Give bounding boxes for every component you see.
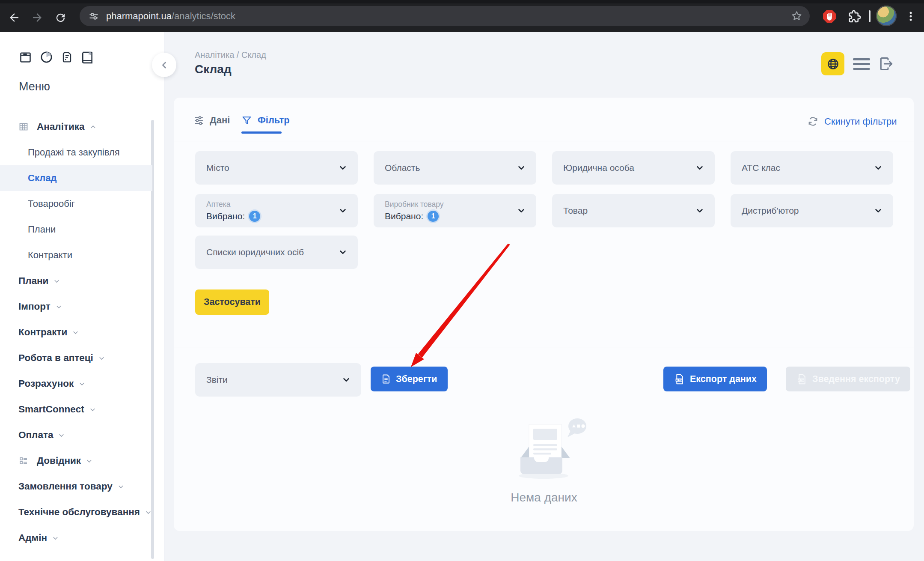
filter-distributor-dropdown[interactable]: Дистриб'ютор <box>731 194 893 227</box>
browser-reload-icon[interactable] <box>52 9 68 26</box>
filter-product-dropdown[interactable]: Товар <box>552 194 715 227</box>
profile-avatar[interactable] <box>876 6 897 26</box>
item-label: Товарообіг <box>28 198 75 209</box>
apply-button[interactable]: Застосувати <box>195 289 269 315</box>
chevron-down-icon <box>695 163 704 173</box>
browser-back-icon[interactable] <box>6 9 22 26</box>
site-settings-icon[interactable] <box>88 11 99 22</box>
browser-menu-icon[interactable] <box>903 9 918 24</box>
archive-box-icon[interactable] <box>19 50 32 64</box>
sidebar-section-maintenance[interactable]: Технічне обслуговування <box>0 499 152 525</box>
sidebar-section-plans[interactable]: Плани <box>0 268 152 294</box>
active-tab-underline <box>241 131 282 134</box>
sidebar-section-admin[interactable]: Адмін <box>0 525 152 551</box>
section-label: Плани <box>18 275 48 286</box>
page-title: Склад <box>195 63 232 76</box>
chevron-down-icon <box>86 457 93 465</box>
browser-forward-icon[interactable] <box>29 9 45 26</box>
chevron-down-icon <box>72 329 79 336</box>
svg-text:XLSX: XLSX <box>675 379 682 381</box>
selected-label: Вибрано: <box>385 211 423 221</box>
chevron-down-icon <box>517 163 526 173</box>
filter-legal-entity-dropdown[interactable]: Юридична особа <box>552 151 715 185</box>
filter-region-dropdown[interactable]: Область <box>374 151 536 185</box>
breadcrumb: Аналітика / Склад <box>195 50 266 60</box>
dropdown-label: Область <box>385 163 420 173</box>
globe-icon <box>826 57 840 71</box>
sidebar-section-import[interactable]: Імпорт <box>0 294 152 319</box>
sliders-icon <box>193 115 204 126</box>
extensions-puzzle-icon[interactable] <box>847 9 862 24</box>
export-button-label: Експорт даних <box>690 374 757 385</box>
chevron-down-icon <box>117 483 125 490</box>
hamburger-menu-icon[interactable] <box>853 58 870 70</box>
sidebar-item-plans[interactable]: Плани <box>0 217 152 242</box>
summary-button-label: Зведення експорту <box>812 374 900 385</box>
chevron-down-icon <box>695 206 704 215</box>
sidebar-section-smartconnect[interactable]: SmartConnect <box>0 397 152 422</box>
logout-icon[interactable] <box>878 56 894 72</box>
chevron-down-icon <box>873 163 883 173</box>
bookmark-star-icon[interactable] <box>790 10 803 24</box>
section-label: Імпорт <box>18 301 51 312</box>
sidebar-section-contracts[interactable]: Контракти <box>0 319 152 345</box>
filter-manufacturer-dropdown[interactable]: Виробник товару Вибрано: 1 <box>374 194 536 227</box>
sidebar-section-analytics[interactable]: Аналітика <box>0 114 152 140</box>
chevron-up-icon <box>89 123 97 131</box>
chevron-down-icon <box>98 355 105 362</box>
sidebar-section-payment[interactable]: Оплата <box>0 422 152 448</box>
url-text: pharmapoint.ua/analytics/stock <box>106 11 235 22</box>
chevron-down-icon <box>145 509 152 516</box>
tab-filter[interactable]: Фільтр <box>241 115 290 126</box>
sidebar-quick-icons <box>19 50 94 64</box>
tab-data[interactable]: Дані <box>193 115 230 126</box>
section-label: Замовлення товару <box>18 481 113 492</box>
filter-city-dropdown[interactable]: Місто <box>195 151 358 185</box>
export-data-button[interactable]: XLSX Експорт даних <box>663 367 767 391</box>
save-button-label: Зберегти <box>396 374 437 385</box>
address-bar[interactable]: pharmapoint.ua/analytics/stock <box>80 6 810 26</box>
filter-atc-class-dropdown[interactable]: АТС клас <box>731 151 893 185</box>
reset-filters-label: Скинути фільтри <box>824 116 897 127</box>
pie-chart-icon[interactable] <box>39 50 53 64</box>
table-grid-icon <box>18 122 29 132</box>
section-label: Робота в аптеці <box>18 352 93 364</box>
sidebar-section-pharmacy-work[interactable]: Робота в аптеці <box>0 345 152 371</box>
save-button[interactable]: Зберегти <box>371 367 448 391</box>
section-label: Аналітика <box>37 121 85 132</box>
sidebar-item-sales-purchases[interactable]: Продажі та закупівля <box>0 140 152 165</box>
book-icon[interactable] <box>80 50 94 64</box>
filter-pharmacy-dropdown[interactable]: Аптека Вибрано: 1 <box>195 194 358 227</box>
sidebar-menu: Аналітика Продажі та закупівля Склад Тов… <box>0 114 164 551</box>
empty-state-icon <box>516 417 589 483</box>
chevron-down-icon <box>58 432 65 439</box>
section-label: Оплата <box>18 430 53 441</box>
url-path: /analytics/stock <box>172 11 235 21</box>
browser-toolbar: pharmapoint.ua/analytics/stock <box>0 0 924 32</box>
sidebar-section-directory[interactable]: Довідник <box>0 448 152 474</box>
item-label: Контракти <box>28 250 72 261</box>
chevron-down-icon <box>89 406 96 413</box>
selected-count-badge: 1 <box>249 211 260 222</box>
sidebar-section-product-order[interactable]: Замовлення товару <box>0 474 152 499</box>
chevron-down-icon <box>517 206 526 215</box>
sidebar-section-calculation[interactable]: Розрахунок <box>0 371 152 397</box>
dropdown-label: Аптека <box>206 200 230 209</box>
reset-filters-link[interactable]: Скинути фільтри <box>807 116 897 127</box>
sidebar-item-stock[interactable]: Склад <box>0 165 152 191</box>
section-label: Довідник <box>37 455 81 466</box>
language-button[interactable] <box>821 52 844 75</box>
adblock-extension-icon[interactable] <box>822 9 837 24</box>
reports-dropdown[interactable]: Звіти <box>195 363 361 397</box>
sidebar-item-turnover[interactable]: Товарообіг <box>0 191 152 217</box>
sidebar-collapse-button[interactable] <box>152 53 176 77</box>
dropdown-label: Списки юридичних осіб <box>206 247 304 257</box>
chevron-down-icon <box>338 248 348 257</box>
sidebar-item-contracts[interactable]: Контракти <box>0 242 152 268</box>
item-label: Склад <box>28 173 56 184</box>
chevron-down-icon <box>873 206 883 215</box>
sidebar: Меню Аналітика Продажі та закупівля Скла… <box>0 32 164 561</box>
section-divider <box>174 347 914 347</box>
report-document-icon[interactable] <box>61 50 73 64</box>
filter-legal-entity-lists-dropdown[interactable]: Списки юридичних осіб <box>195 236 358 269</box>
